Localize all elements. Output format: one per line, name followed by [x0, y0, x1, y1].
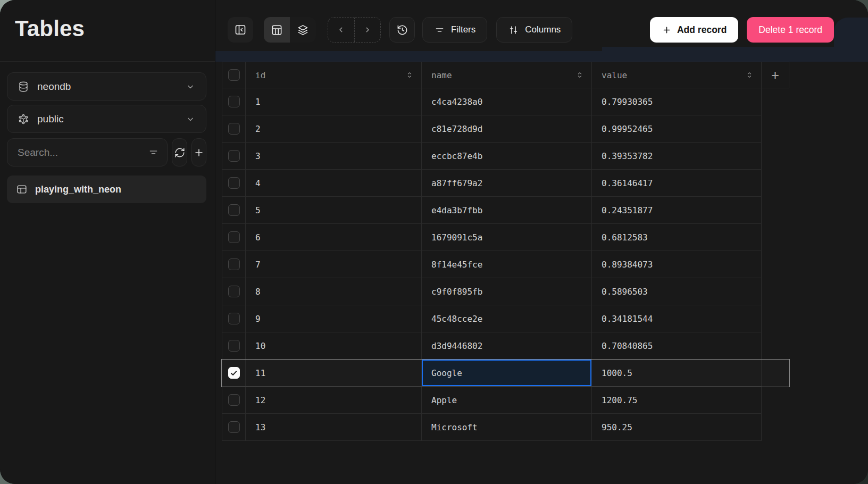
columns-button[interactable]: Columns: [496, 17, 572, 43]
cell-id[interactable]: 1: [246, 88, 422, 115]
table-icon: [16, 183, 28, 195]
cell-name[interactable]: Microsoft: [422, 414, 592, 441]
row-checkbox-cell[interactable]: [222, 224, 246, 251]
add-table-button[interactable]: [191, 138, 206, 166]
checkbox[interactable]: [228, 258, 240, 270]
table-row: 78f14e45fce0.89384073: [222, 251, 789, 278]
row-checkbox-cell[interactable]: [222, 332, 246, 360]
cell-name[interactable]: 8f14e45fce: [422, 251, 592, 278]
row-checkbox-cell[interactable]: [222, 115, 246, 143]
row-checkbox-cell[interactable]: [222, 251, 246, 278]
cell-value[interactable]: 950.25: [592, 414, 762, 441]
sidebar-item-playing-with-neon[interactable]: playing_with_neon: [7, 176, 206, 203]
cell-name[interactable]: c4ca4238a0: [422, 88, 592, 115]
sliders-icon: [508, 24, 519, 36]
search-box[interactable]: [7, 138, 168, 166]
cell-value[interactable]: 1200.75: [592, 387, 762, 414]
column-header-value[interactable]: value: [592, 62, 762, 88]
cell-name[interactable]: Apple: [422, 387, 592, 414]
search-input[interactable]: [18, 147, 148, 158]
chevron-right-icon: [362, 24, 373, 36]
cell-value[interactable]: 0.99952465: [592, 115, 762, 143]
app-window: Tables neondb: [0, 0, 868, 484]
add-column-button[interactable]: +: [762, 62, 789, 88]
cell-name[interactable]: Google: [422, 360, 592, 387]
cell-name[interactable]: 1679091c5a: [422, 224, 592, 251]
cell-id[interactable]: 9: [246, 305, 422, 332]
cell-id[interactable]: 11: [246, 360, 422, 387]
page-title: Tables: [15, 16, 200, 41]
sort-icon[interactable]: [405, 70, 414, 80]
row-checkbox-cell[interactable]: [222, 387, 246, 414]
cell-id[interactable]: 10: [246, 332, 422, 360]
cell-value[interactable]: 0.24351877: [592, 197, 762, 224]
checkbox[interactable]: [228, 394, 240, 406]
add-record-button[interactable]: Add record: [650, 17, 738, 43]
cell-name[interactable]: e4da3b7fbb: [422, 197, 592, 224]
sort-icon[interactable]: [745, 70, 754, 80]
cell-id[interactable]: 7: [246, 251, 422, 278]
cell-name[interactable]: 45c48cce2e: [422, 305, 592, 332]
cell-value[interactable]: 0.89384073: [592, 251, 762, 278]
grid-view-toggle[interactable]: [264, 17, 290, 43]
cell-value[interactable]: 0.6812583: [592, 224, 762, 251]
cell-id[interactable]: 5: [246, 197, 422, 224]
history-button[interactable]: [389, 17, 415, 43]
checkbox[interactable]: [228, 421, 240, 433]
checkbox-checked[interactable]: [228, 367, 240, 379]
filters-button[interactable]: Filters: [422, 17, 487, 43]
checkbox[interactable]: [228, 96, 240, 107]
cell-id[interactable]: 13: [246, 414, 422, 441]
row-checkbox-cell[interactable]: [222, 170, 246, 197]
column-header-id[interactable]: id: [246, 62, 422, 88]
layers-view-toggle[interactable]: [290, 17, 316, 43]
row-checkbox-cell[interactable]: [222, 414, 246, 441]
sidebar-header: Tables: [0, 0, 215, 62]
checkbox[interactable]: [228, 150, 240, 162]
checkbox[interactable]: [228, 204, 240, 216]
refresh-button[interactable]: [172, 138, 187, 166]
cell-value[interactable]: 0.5896503: [592, 278, 762, 305]
cell-name[interactable]: c81e728d9d: [422, 115, 592, 143]
row-checkbox-cell[interactable]: [222, 143, 246, 170]
checkbox[interactable]: [228, 313, 240, 324]
view-mode-segmented: [264, 17, 316, 43]
cell-id[interactable]: 8: [246, 278, 422, 305]
checkbox[interactable]: [228, 286, 240, 297]
cell-value[interactable]: 0.34181544: [592, 305, 762, 332]
cell-id[interactable]: 4: [246, 170, 422, 197]
row-checkbox-cell[interactable]: [222, 360, 246, 387]
database-select[interactable]: neondb: [7, 72, 206, 101]
schema-select[interactable]: public: [7, 105, 206, 133]
column-header-name[interactable]: name: [422, 62, 592, 88]
cell-id[interactable]: 3: [246, 143, 422, 170]
cell-name[interactable]: eccbc87e4b: [422, 143, 592, 170]
cell-name[interactable]: c9f0f895fb: [422, 278, 592, 305]
checkbox[interactable]: [228, 177, 240, 189]
cell-value[interactable]: 1000.5: [592, 360, 762, 387]
cell-id[interactable]: 6: [246, 224, 422, 251]
prev-page-button[interactable]: [328, 18, 354, 42]
row-checkbox-cell[interactable]: [222, 305, 246, 332]
cell-value[interactable]: 0.39353782: [592, 143, 762, 170]
delete-record-button[interactable]: Delete 1 record: [747, 17, 834, 43]
row-checkbox-cell[interactable]: [222, 197, 246, 224]
checkbox[interactable]: [228, 69, 240, 81]
table-header-row: id name value: [222, 62, 789, 88]
checkbox[interactable]: [228, 231, 240, 243]
cell-value[interactable]: 0.70840865: [592, 332, 762, 360]
cell-id[interactable]: 2: [246, 115, 422, 143]
next-page-button[interactable]: [354, 18, 381, 42]
cell-value[interactable]: 0.36146417: [592, 170, 762, 197]
checkbox[interactable]: [228, 340, 240, 352]
row-checkbox-cell[interactable]: [222, 88, 246, 115]
cell-id[interactable]: 12: [246, 387, 422, 414]
sort-icon[interactable]: [575, 70, 585, 80]
cell-name[interactable]: d3d9446802: [422, 332, 592, 360]
checkbox[interactable]: [228, 123, 240, 135]
cell-name[interactable]: a87ff679a2: [422, 170, 592, 197]
row-checkbox-cell[interactable]: [222, 278, 246, 305]
collapse-sidebar-button[interactable]: [228, 17, 253, 43]
select-all-checkbox[interactable]: [222, 62, 246, 88]
cell-value[interactable]: 0.79930365: [592, 88, 762, 115]
